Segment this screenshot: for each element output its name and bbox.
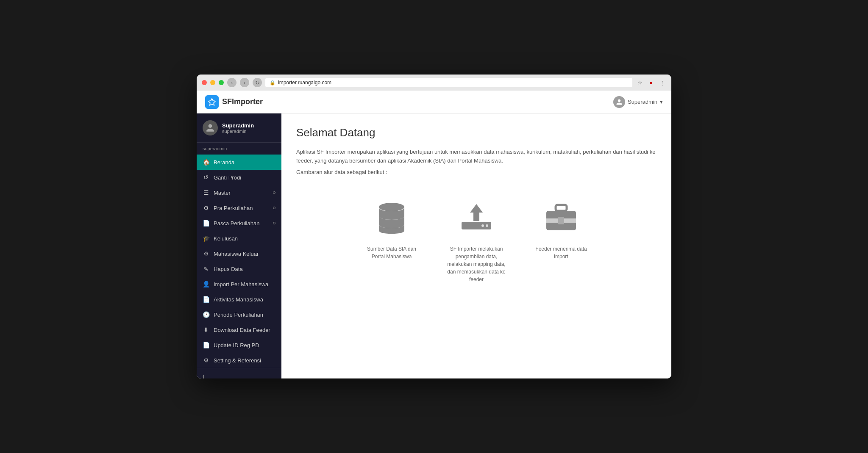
user-name: Superadmin	[628, 99, 657, 105]
flow-item-feeder: Feeder menerima data import	[531, 201, 591, 260]
sidebar-item-ganti-prodi[interactable]: ↺ Ganti Prodi	[197, 170, 281, 185]
flow-desc-feeder: Feeder menerima data import	[531, 245, 591, 260]
sidebar-label-kelulusan: Kelulusan	[214, 235, 275, 242]
extensions-btn[interactable]: ●	[647, 78, 655, 87]
database-icon	[375, 201, 409, 238]
sidebar-item-pasca-perkuliahan[interactable]: 📄 Pasca Perkuliahan	[197, 215, 281, 231]
user-avatar	[613, 96, 625, 108]
app-shell: SFImporter Superadmin ▾	[197, 91, 671, 378]
upload-icon	[459, 201, 493, 238]
list-icon: ☰	[203, 189, 209, 196]
sidebar-username: superadmin	[197, 143, 281, 155]
sidebar-item-mahasiswa-keluar[interactable]: ⚙ Mahasiswa Keluar	[197, 246, 281, 261]
bookmark-btn[interactable]: ☆	[636, 78, 644, 87]
gear-icon: ⚙	[203, 204, 209, 211]
sidebar-item-aktivitas-mahasiswa[interactable]: 📄 Aktivitas Mahasiswa	[197, 292, 281, 307]
page-title: Selamat Datang	[296, 126, 657, 139]
sidebar-label-mahasiswa-keluar: Mahasiswa Keluar	[214, 251, 275, 257]
sidebar-label-periode-perkuliahan: Periode Perkuliahan	[214, 312, 275, 318]
sidebar-label-beranda: Beranda	[214, 159, 275, 166]
brand: SFImporter	[205, 95, 263, 109]
pra-perkuliahan-dot	[273, 207, 275, 209]
sidebar-label-master: Master	[214, 190, 269, 196]
sidebar-item-download-data-feeder[interactable]: ⬇ Download Data Feeder	[197, 322, 281, 337]
flow-diagram: Sumber Data SIA dan Portal Mahasiswa	[296, 192, 657, 292]
sidebar-label-pra-perkuliahan: Pra Perkuliahan	[214, 205, 269, 211]
flow-desc-source: Sumber Data SIA dan Portal Mahasiswa	[362, 245, 421, 260]
url-lock-icon: 🔒	[270, 80, 275, 86]
svg-rect-6	[556, 205, 567, 211]
sidebar-footer: ℹ	[197, 368, 281, 378]
sidebar-item-pra-perkuliahan[interactable]: ⚙ Pra Perkuliahan	[197, 200, 281, 215]
sidebar-profile: Superadmin superadmin	[197, 113, 281, 143]
clock-icon: 🕐	[203, 311, 209, 318]
svg-marker-0	[209, 98, 216, 105]
browser-actions: ☆ ● ⋮	[636, 78, 666, 87]
home-icon: 🏠	[203, 159, 209, 166]
briefcase-icon	[544, 201, 578, 238]
top-navbar: SFImporter Superadmin ▾	[197, 91, 671, 113]
master-dot	[273, 191, 275, 194]
activity-icon: 📄	[203, 296, 209, 303]
browser-close-btn[interactable]	[202, 80, 207, 85]
swap-icon: ↺	[203, 174, 209, 181]
graduation-icon: 🎓	[203, 235, 209, 242]
reload-button[interactable]: ↻	[253, 78, 262, 87]
url-text: importer.ruangalgo.com	[278, 80, 331, 86]
sidebar-label-update-id-reg-pd: Update ID Reg PD	[214, 342, 275, 348]
flow-desc-importer: SF Importer melakukan pengambilan data, …	[447, 245, 506, 283]
sidebar-label-pasca-perkuliahan: Pasca Perkuliahan	[214, 220, 269, 226]
brand-icon	[205, 95, 219, 109]
flow-item-importer: SF Importer melakukan pengambilan data, …	[447, 201, 506, 283]
back-button[interactable]: ‹	[227, 78, 236, 87]
forward-button[interactable]: ›	[240, 78, 249, 87]
svg-point-4	[486, 224, 488, 227]
sidebar-label-download-data-feeder: Download Data Feeder	[214, 327, 275, 333]
user-icon: 👤	[203, 281, 209, 287]
svg-point-3	[481, 224, 484, 227]
download-icon: ⬇	[203, 326, 209, 333]
update-icon: 📄	[203, 342, 209, 348]
sidebar-item-periode-perkuliahan[interactable]: 🕐 Periode Perkuliahan	[197, 307, 281, 322]
sidebar-item-kelulusan[interactable]: 🎓 Kelulusan	[197, 231, 281, 246]
profile-info: Superadmin superadmin	[222, 122, 254, 134]
sidebar-item-beranda[interactable]: 🏠 Beranda	[197, 155, 281, 170]
brand-name: SFImporter	[222, 97, 263, 106]
sidebar-item-master[interactable]: ☰ Master	[197, 185, 281, 200]
browser-chrome: ‹ › ↻ 🔒 importer.ruangalgo.com ☆ ● ⋮	[197, 75, 671, 91]
info-icon[interactable]: ℹ	[203, 374, 205, 378]
sidebar-item-setting-referensi[interactable]: ⚙ Setting & Referensi	[197, 353, 281, 368]
sidebar-nav: 🏠 Beranda ↺ Ganti Prodi ☰ Master ⚙ P	[197, 155, 281, 368]
profile-avatar	[203, 120, 218, 135]
url-bar[interactable]: 🔒 importer.ruangalgo.com	[265, 78, 632, 87]
main-layout: Superadmin superadmin superadmin 🏠 Beran…	[197, 113, 671, 378]
sidebar-label-hapus-data: Hapus Data	[214, 266, 275, 272]
svg-rect-9	[558, 217, 564, 224]
menu-btn[interactable]: ⋮	[658, 78, 666, 87]
profile-name: Superadmin	[222, 122, 254, 129]
edit-icon: ✎	[203, 265, 209, 272]
exit-icon: ⚙	[203, 250, 209, 257]
settings-icon: ⚙	[203, 357, 209, 364]
sidebar-label-ganti-prodi: Ganti Prodi	[214, 174, 275, 181]
browser-minimize-btn[interactable]	[210, 80, 215, 85]
browser-maximize-btn[interactable]	[219, 80, 224, 85]
pasca-perkuliahan-dot	[273, 222, 275, 224]
description-text: Aplikasi SF Importer merupakan aplikasi …	[296, 148, 657, 166]
user-menu[interactable]: Superadmin ▾	[613, 96, 663, 108]
sidebar-label-aktivitas-mahasiswa: Aktivitas Mahasiswa	[214, 296, 275, 303]
content-area: Selamat Datang Aplikasi SF Importer meru…	[281, 113, 671, 378]
document-icon: 📄	[203, 220, 209, 226]
sidebar-item-hapus-data[interactable]: ✎ Hapus Data	[197, 261, 281, 276]
flow-label: Gambaran alur data sebagai berikut :	[296, 169, 657, 175]
svg-marker-5	[470, 204, 483, 221]
flow-item-source: Sumber Data SIA dan Portal Mahasiswa	[362, 201, 421, 260]
browser-window: ‹ › ↻ 🔒 importer.ruangalgo.com ☆ ● ⋮ SFI…	[197, 75, 671, 378]
profile-role: superadmin	[222, 129, 254, 134]
svg-point-1	[379, 203, 404, 211]
sidebar-item-update-id-reg-pd[interactable]: 📄 Update ID Reg PD	[197, 337, 281, 353]
sidebar: Superadmin superadmin superadmin 🏠 Beran…	[197, 113, 281, 378]
sidebar-label-setting-referensi: Setting & Referensi	[214, 357, 275, 364]
sidebar-label-import-per-mahasiswa: Import Per Mahasiswa	[214, 281, 275, 287]
sidebar-item-import-per-mahasiswa[interactable]: 👤 Import Per Mahasiswa	[197, 276, 281, 292]
